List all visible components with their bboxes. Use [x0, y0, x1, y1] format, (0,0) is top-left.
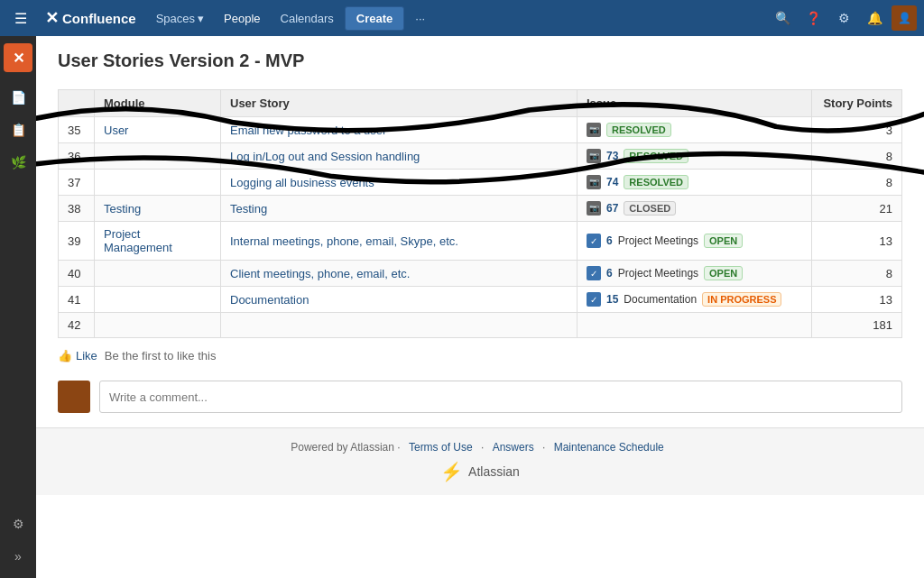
story-link[interactable]: Documentation — [230, 293, 309, 307]
page-header: User Stories Version 2 - MVP — [36, 36, 924, 89]
issue-cell: ✓ 6 Project Meetings OPEN — [587, 234, 802, 248]
status-badge: RESOLVED — [624, 175, 688, 189]
table-row: 41 Documentation ✓ 15 Documentation IN P… — [59, 287, 902, 313]
calendars-label: Calendars — [281, 12, 334, 25]
table-row: 35 User Email new password to a user 📷 R… — [59, 117, 902, 143]
footer-dot3: · — [542, 441, 549, 454]
issue-col: ✓ 6 Project Meetings OPEN — [578, 222, 812, 261]
status-badge: RESOLVED — [606, 123, 671, 137]
col-header-module: Module — [95, 90, 221, 117]
calendars-link[interactable]: Calendars — [272, 6, 343, 31]
table-row: 39 Project Management Internal meetings,… — [59, 222, 902, 261]
issue-col: 📷 67 CLOSED — [578, 196, 812, 222]
module-cell — [95, 143, 221, 170]
hamburger-icon[interactable]: ☰ — [7, 5, 34, 32]
footer-links: Powered by Atlassian · Terms of Use · An… — [49, 441, 911, 454]
camera-icon: 📷 — [587, 201, 601, 216]
user-avatar[interactable]: 👤 — [892, 5, 917, 31]
footer-terms[interactable]: Terms of Use — [409, 441, 473, 454]
story-link[interactable]: Testing — [230, 202, 267, 216]
more-options-button[interactable]: ··· — [406, 6, 434, 31]
sidebar-app-icon[interactable]: ✕ — [4, 43, 32, 72]
points-cell: 8 — [812, 261, 902, 287]
story-cell: Internal meetings, phone, email, Skype, … — [221, 222, 578, 261]
story-link[interactable]: Logging all business events — [230, 176, 374, 189]
commenter-avatar — [58, 381, 90, 413]
issue-name: Project Meetings — [618, 234, 698, 247]
settings-button[interactable]: ⚙ — [830, 5, 857, 32]
status-badge: OPEN — [704, 234, 743, 248]
table-wrapper: Module User Story Issue Story Points 35 … — [36, 89, 924, 338]
story-link[interactable]: Email new password to a user — [230, 124, 386, 137]
col-header-story: User Story — [221, 90, 578, 117]
issue-cell: ✓ 6 Project Meetings OPEN — [587, 266, 802, 280]
sidebar-home-icon[interactable]: 📄 — [4, 83, 32, 112]
spaces-chevron-icon: ▾ — [198, 12, 204, 25]
like-thumb-icon: 👍 — [58, 349, 72, 362]
topnav-right: 🔍 ❓ ⚙ 🔔 👤 — [769, 5, 917, 32]
notifications-button[interactable]: 🔔 — [861, 5, 888, 32]
story-link[interactable]: Client meetings, phone, email, etc. — [230, 267, 410, 280]
story-link[interactable]: Internal meetings, phone, email, Skype, … — [230, 234, 458, 248]
table-row: 36 Log in/Log out and Session handling 📷… — [59, 143, 902, 170]
status-badge: IN PROGRESS — [702, 292, 781, 307]
story-cell — [221, 313, 578, 338]
issue-name: Project Meetings — [618, 267, 698, 280]
comment-input[interactable] — [99, 381, 902, 413]
search-button[interactable]: 🔍 — [769, 5, 796, 32]
footer-maintenance[interactable]: Maintenance Schedule — [554, 441, 664, 454]
confluence-logo-text: Confluence — [62, 11, 136, 26]
like-label: Like — [76, 349, 97, 362]
create-button[interactable]: Create — [345, 6, 404, 31]
story-cell: Client meetings, phone, email, etc. — [221, 261, 578, 287]
story-cell: Documentation — [221, 287, 578, 313]
issue-number: 74 — [606, 176, 618, 188]
col-header-issue: Issue — [578, 90, 812, 117]
row-number: 38 — [59, 196, 95, 222]
sidebar-copy-icon[interactable]: 📋 — [4, 115, 32, 144]
comment-section — [36, 373, 924, 427]
col-header-num — [59, 90, 95, 117]
module-link[interactable]: Project Management — [104, 227, 172, 254]
issue-number: 15 — [606, 293, 618, 306]
confluence-logo[interactable]: ✕ Confluence — [38, 8, 143, 28]
issue-col: 📷 74 RESOLVED — [578, 170, 812, 196]
col-header-points: Story Points — [812, 90, 902, 117]
module-cell — [95, 313, 221, 338]
story-table: Module User Story Issue Story Points 35 … — [58, 89, 902, 338]
row-number: 41 — [59, 287, 95, 313]
more-icon: ··· — [415, 12, 425, 25]
row-number: 36 — [59, 143, 95, 170]
issue-name: Documentation — [624, 293, 697, 306]
points-cell: 8 — [812, 143, 902, 170]
checkbox-icon: ✓ — [587, 234, 601, 248]
points-cell: 21 — [812, 196, 902, 222]
row-number: 39 — [59, 222, 95, 261]
like-button[interactable]: 👍 Like — [58, 349, 97, 362]
issue-col: 📷 73 RESOLVED — [578, 143, 812, 170]
like-section: 👍 Like Be the first to like this — [36, 338, 924, 373]
points-cell: 181 — [812, 313, 902, 338]
issue-number: 6 — [606, 234, 613, 247]
story-link[interactable]: Log in/Log out and Session handling — [230, 150, 420, 163]
sidebar-settings-icon[interactable]: ⚙ — [4, 509, 32, 538]
module-cell: Testing — [95, 196, 221, 222]
help-button[interactable]: ❓ — [799, 5, 827, 32]
module-link[interactable]: Testing — [104, 202, 141, 216]
status-badge: RESOLVED — [624, 149, 688, 163]
sidebar-expand-icon[interactable]: » — [4, 542, 32, 571]
spaces-label: Spaces — [156, 12, 195, 25]
table-row: 42 181 — [59, 313, 902, 338]
checkbox-icon: ✓ — [587, 266, 601, 280]
module-cell: Project Management — [95, 222, 221, 261]
people-link[interactable]: People — [215, 6, 269, 31]
module-link[interactable]: User — [104, 124, 128, 137]
module-cell — [95, 170, 221, 196]
table-row: 38 Testing Testing 📷 67 CLOSED 21 — [59, 196, 902, 222]
footer-dot2: · — [481, 441, 487, 454]
spaces-dropdown[interactable]: Spaces ▾ — [147, 6, 213, 31]
footer-answers[interactable]: Answers — [493, 441, 534, 454]
issue-col: ✓ 6 Project Meetings OPEN — [578, 261, 812, 287]
sidebar-tree-icon[interactable]: 🌿 — [4, 148, 32, 177]
points-cell: 3 — [812, 117, 902, 143]
